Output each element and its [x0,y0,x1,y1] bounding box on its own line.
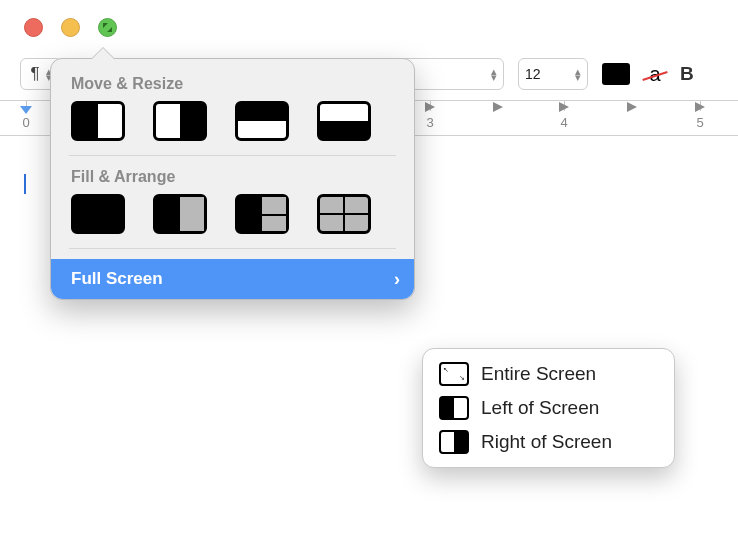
fill-screen-button[interactable] [71,194,125,234]
tab-stop-marker[interactable] [625,99,639,113]
right-of-screen-icon [439,430,469,454]
tab-stop-marker[interactable] [693,99,707,113]
left-of-screen-icon [439,396,469,420]
text-color-swatch[interactable] [602,63,630,85]
window-traffic-lights [24,18,117,37]
close-window-button[interactable] [24,18,43,37]
chevron-right-icon: › [394,269,400,290]
font-size-select[interactable]: 12 ▴▾ [518,58,588,90]
tab-stop-marker[interactable] [557,99,571,113]
tile-top-half-button[interactable] [235,101,289,141]
arrange-quarters-button[interactable] [317,194,371,234]
bold-button[interactable]: B [680,63,694,85]
font-size-value: 12 [525,66,541,82]
tab-stop-marker[interactable] [491,99,505,113]
fill-arrange-row [61,194,404,246]
submenu-label: Left of Screen [481,397,599,419]
divider [69,155,396,156]
full-screen-menu-item[interactable]: Full Screen › [51,259,414,299]
ruler-number: 5 [696,115,703,130]
arrange-left-right-button[interactable] [153,194,207,234]
left-indent-marker[interactable] [20,106,32,114]
tile-bottom-half-button[interactable] [317,101,371,141]
text-cursor [24,174,26,194]
chevron-updown-icon: ▴▾ [491,68,497,80]
submenu-item-entire-screen[interactable]: ↖↘ Entire Screen [429,357,668,391]
move-resize-heading: Move & Resize [61,73,404,101]
window-tiling-popover: Move & Resize Fill & Arrange Full Screen… [50,58,415,300]
full-screen-submenu: ↖↘ Entire Screen Left of Screen Right of… [422,348,675,468]
move-resize-row [61,101,404,153]
submenu-label: Right of Screen [481,431,612,453]
tab-stop-marker[interactable] [423,99,437,113]
zoom-window-button[interactable] [98,18,117,37]
minimize-window-button[interactable] [61,18,80,37]
fill-arrange-heading: Fill & Arrange [61,166,404,194]
ruler-number: 0 [22,115,29,130]
submenu-item-right-of-screen[interactable]: Right of Screen [429,425,668,459]
arrange-left-quarters-button[interactable] [235,194,289,234]
submenu-item-left-of-screen[interactable]: Left of Screen [429,391,668,425]
full-screen-label: Full Screen [71,269,163,289]
chevron-updown-icon: ▴▾ [575,68,581,80]
pilcrow-icon: ¶ [30,64,39,84]
submenu-label: Entire Screen [481,363,596,385]
tile-left-half-button[interactable] [71,101,125,141]
entire-screen-icon: ↖↘ [439,362,469,386]
ruler-number: 3 [426,115,433,130]
text-color-reset-button[interactable]: a [644,63,666,86]
divider [69,248,396,249]
ruler-number: 4 [560,115,567,130]
tile-right-half-button[interactable] [153,101,207,141]
